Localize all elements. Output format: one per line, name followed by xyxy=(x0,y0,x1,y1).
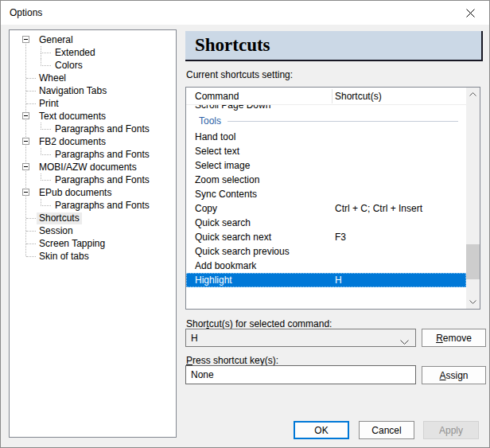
cancel-button[interactable]: Cancel xyxy=(359,421,414,439)
tree-item-paragraphs-and-fonts[interactable]: Paragraphs and Fonts xyxy=(10,148,176,161)
command-cell: Sync Contents xyxy=(195,189,257,200)
command-cell: Quick search xyxy=(195,217,251,228)
tree-item-shortcuts[interactable]: Shortcuts xyxy=(10,212,176,224)
tree-item-label: Navigation Tabs xyxy=(37,85,109,97)
command-cell: Quick search next xyxy=(195,232,271,243)
tree-item-print[interactable]: Print xyxy=(10,97,176,110)
collapse-minus-icon[interactable] xyxy=(22,36,29,43)
settings-tree-panel: GeneralExtendedColorsWheelNavigation Tab… xyxy=(9,29,177,438)
tree-item-label: Paragraphs and Fonts xyxy=(52,149,152,161)
command-cell: Quick search previous xyxy=(195,246,290,257)
shortcut-row-copy[interactable]: CopyCtrl + C; Ctrl + Insert xyxy=(186,201,466,216)
shortcuts-list[interactable]: Command Shortcut(s) Scroll Page Down Too… xyxy=(185,87,480,310)
shortcut-cell: H xyxy=(335,275,342,286)
tree-item-navigation-tabs[interactable]: Navigation Tabs xyxy=(10,84,176,97)
group-divider-line xyxy=(228,121,458,122)
tree-item-label: Shortcuts xyxy=(37,212,82,224)
collapse-minus-icon[interactable] xyxy=(22,138,29,145)
current-shortcuts-label: Current shortcuts setting: xyxy=(186,69,293,80)
shortcut-cell: F3 xyxy=(335,232,346,243)
shortcut-key-input[interactable]: None xyxy=(185,365,416,384)
collapse-minus-icon[interactable] xyxy=(22,189,29,196)
window-title: Options xyxy=(10,7,42,18)
remove-button[interactable]: Remove xyxy=(422,329,486,347)
list-header: Command Shortcut(s) xyxy=(186,88,466,105)
shortcut-row-sync-contents[interactable]: Sync Contents xyxy=(186,187,466,201)
tree-item-paragraphs-and-fonts[interactable]: Paragraphs and Fonts xyxy=(10,173,176,186)
tree-item-paragraphs-and-fonts[interactable]: Paragraphs and Fonts xyxy=(10,123,176,135)
tree-item-label: Wheel xyxy=(37,72,68,84)
tree-item-label: MOBI/AZW documents xyxy=(37,162,139,173)
assign-button[interactable]: Assign xyxy=(422,366,486,384)
tree-item-colors[interactable]: Colors xyxy=(10,59,176,72)
shortcut-row-highlight[interactable]: HighlightH xyxy=(186,273,466,287)
shortcut-combobox[interactable]: H xyxy=(185,329,416,347)
tree-item-label: Paragraphs and Fonts xyxy=(52,123,152,135)
command-cell: Highlight xyxy=(195,275,232,286)
tree-item-general[interactable]: General xyxy=(10,33,176,46)
tree-item-label: Colors xyxy=(52,60,85,72)
tree-item-epub-documents[interactable]: EPub documents xyxy=(10,186,176,199)
command-cell: Hand tool xyxy=(195,131,235,142)
shortcut-cell: Ctrl + C; Ctrl + Insert xyxy=(335,203,422,214)
tree-item-label: Skin of tabs xyxy=(37,251,91,263)
scroll-up-icon[interactable] xyxy=(466,88,480,101)
options-dialog: Options GeneralExtendedColorsWheelNaviga… xyxy=(0,0,490,448)
column-separator xyxy=(332,89,332,103)
chevron-down-icon xyxy=(400,336,409,347)
page-title: Shortcuts xyxy=(185,31,481,56)
tree-item-screen-tapping[interactable]: Screen Tapping xyxy=(10,237,176,250)
command-cell: Add bookmark xyxy=(195,260,256,271)
tree-item-session[interactable]: Session xyxy=(10,224,176,237)
tree-item-mobi-azw-documents[interactable]: MOBI/AZW documents xyxy=(10,161,176,173)
options-tree: GeneralExtendedColorsWheelNavigation Tab… xyxy=(10,30,176,263)
shortcut-row-select-text[interactable]: Select text xyxy=(186,144,466,158)
shortcut-row-select-image[interactable]: Select image xyxy=(186,158,466,173)
tree-item-wheel[interactable]: Wheel xyxy=(10,72,176,84)
shortcut-row-quick-search-next[interactable]: Quick search nextF3 xyxy=(186,230,466,244)
tree-item-label: FB2 documents xyxy=(37,136,108,148)
tree-item-label: EPub documents xyxy=(37,187,114,199)
close-icon[interactable] xyxy=(453,2,488,24)
tree-item-skin-of-tabs[interactable]: Skin of tabs xyxy=(10,250,176,263)
command-cell: Zoom selection xyxy=(195,174,259,185)
command-cell: Select text xyxy=(195,146,239,157)
tree-item-label: Session xyxy=(37,225,76,237)
shortcut-row-add-bookmark[interactable]: Add bookmark xyxy=(186,259,466,273)
tree-item-label: General xyxy=(37,34,76,46)
collapse-minus-icon[interactable] xyxy=(22,163,29,170)
ok-button[interactable]: OK xyxy=(294,421,349,439)
tree-item-label: Paragraphs and Fonts xyxy=(52,200,152,212)
title-bar: Options xyxy=(1,1,489,25)
tree-item-label: Print xyxy=(37,98,61,110)
collapse-minus-icon[interactable] xyxy=(22,112,29,119)
tree-item-extended[interactable]: Extended xyxy=(10,46,176,59)
list-rows: Hand toolSelect textSelect imageZoom sel… xyxy=(186,130,466,287)
clipped-row-label: Scroll Page Down xyxy=(186,105,466,112)
tree-item-paragraphs-and-fonts[interactable]: Paragraphs and Fonts xyxy=(10,199,176,212)
page-header-banner: Shortcuts xyxy=(185,31,483,61)
tree-item-text-documents[interactable]: Text documents xyxy=(10,110,176,123)
press-shortcut-label: Press shortcut key(s): xyxy=(186,355,278,366)
shortcut-row-quick-search[interactable]: Quick search xyxy=(186,216,466,230)
scroll-down-icon[interactable] xyxy=(466,295,480,309)
tree-item-label: Text documents xyxy=(37,111,108,123)
command-cell: Copy xyxy=(195,203,217,214)
command-cell: Select image xyxy=(195,160,250,171)
shortcuts-list-content: Command Shortcut(s) Scroll Page Down Too… xyxy=(186,88,466,309)
scrollbar-thumb[interactable] xyxy=(466,244,480,279)
shortcut-key-input-value: None xyxy=(186,369,214,380)
shortcut-column-header[interactable]: Shortcut(s) xyxy=(335,91,382,102)
shortcut-row-zoom-selection[interactable]: Zoom selection xyxy=(186,173,466,187)
tools-group-header: Tools xyxy=(186,112,466,130)
selected-command-shortcut-label: Shortcut(s) for selected command: xyxy=(186,318,332,329)
group-label: Tools xyxy=(186,115,221,127)
list-scrollbar[interactable] xyxy=(466,88,480,309)
command-column-header[interactable]: Command xyxy=(195,91,239,102)
apply-button[interactable]: Apply xyxy=(423,421,479,439)
tree-item-label: Extended xyxy=(52,47,98,59)
shortcut-row-hand-tool[interactable]: Hand tool xyxy=(186,130,466,144)
tree-item-fb2-documents[interactable]: FB2 documents xyxy=(10,135,176,148)
clipped-list-row[interactable]: Scroll Page Down xyxy=(186,105,466,112)
shortcut-row-quick-search-previous[interactable]: Quick search previous xyxy=(186,244,466,259)
